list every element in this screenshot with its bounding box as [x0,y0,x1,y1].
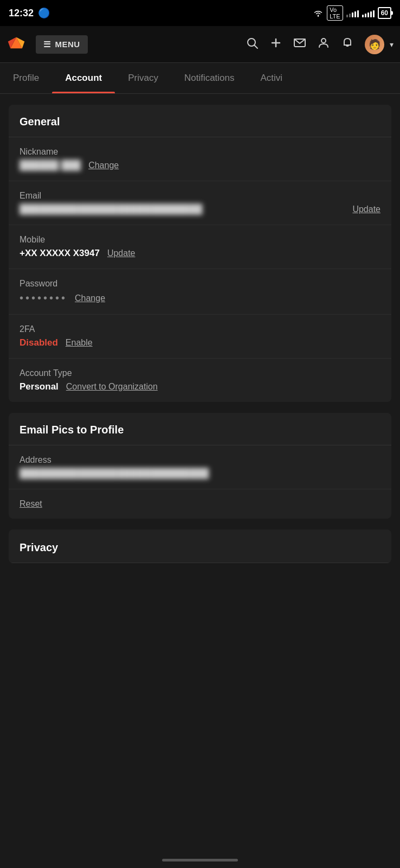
email-pics-reset-row: Reset [9,489,391,519]
notification-dot: 🔵 [38,7,50,19]
mobile-value-row: +XX XXXXX X3947 Update [20,248,380,259]
email-value: ████████████████████████████ [20,204,345,215]
profile-icon[interactable] [317,36,330,53]
avatar-chevron-icon: ▾ [390,40,393,49]
account-type-value-row: Personal Convert to Organization [20,381,380,392]
status-bar: 12:32 🔵 VoLTE 60 [0,0,400,26]
signal-bars-1 [346,9,359,17]
account-type-value: Personal [20,381,59,392]
wifi-icon [313,9,324,17]
tab-bar: Profile Account Privacy Notifications Ac… [0,63,400,94]
email-pics-address-field: Address █████████████████████████████ [9,445,391,489]
mobile-field: Mobile +XX XXXXX X3947 Update [9,225,391,269]
notifications-icon[interactable] [341,36,354,53]
menu-label: MENU [55,40,80,49]
svg-point-8 [321,39,326,43]
email-label: Email [20,191,380,201]
twofa-value-row: Disabled Enable [20,337,380,348]
twofa-field: 2FA Disabled Enable [9,315,391,359]
svg-line-4 [255,45,258,48]
nickname-value-row: ██████ ███ Change [20,160,380,171]
email-field: Email ████████████████████████████ Updat… [9,181,391,225]
battery-icon: 60 [378,7,391,19]
signal-bars-2 [362,9,375,17]
nickname-value: ██████ ███ [20,160,81,171]
password-change-link[interactable]: Change [75,293,105,303]
privacy-section-header: Privacy [9,529,391,563]
search-icon[interactable] [246,36,259,53]
email-value-row: ████████████████████████████ Update [20,204,380,215]
reset-link[interactable]: Reset [20,499,42,508]
general-section: General Nickname ██████ ███ Change Email… [9,105,391,402]
topbar: ☰ MENU [0,26,400,63]
menu-button[interactable]: ☰ MENU [36,35,88,54]
mobile-value: +XX XXXXX X3947 [20,248,100,259]
tab-profile[interactable]: Profile [0,63,52,93]
logo-icon[interactable] [7,35,26,54]
status-icons: VoLTE 60 [313,5,391,21]
hamburger-icon: ☰ [43,40,51,49]
topbar-icons: 🧑 ▾ [246,35,393,54]
create-icon[interactable] [269,36,282,53]
account-type-field: Account Type Personal Convert to Organiz… [9,359,391,402]
password-value-row: •••••••• Change [20,292,380,304]
status-time: 12:32 [9,8,34,19]
email-pics-section: Email Pics to Profile Address ██████████… [9,413,391,519]
twofa-label: 2FA [20,324,380,334]
password-value: •••••••• [20,292,67,304]
password-label: Password [20,279,380,289]
twofa-status: Disabled [20,337,58,348]
twofa-enable-link[interactable]: Enable [66,338,93,348]
general-section-title: General [20,116,60,127]
account-type-label: Account Type [20,368,380,378]
email-pics-title: Email Pics to Profile [20,424,124,436]
email-pics-address-value-row: █████████████████████████████ [20,468,380,479]
avatar[interactable]: 🧑 [365,35,384,54]
mobile-update-link[interactable]: Update [107,248,136,258]
mobile-label: Mobile [20,235,380,245]
nickname-field: Nickname ██████ ███ Change [9,137,391,181]
email-pics-address-value: █████████████████████████████ [20,468,380,479]
tab-privacy[interactable]: Privacy [115,63,171,93]
mail-icon[interactable] [293,36,306,53]
tab-account[interactable]: Account [52,63,115,93]
email-update-link[interactable]: Update [352,205,380,214]
convert-to-org-link[interactable]: Convert to Organization [66,382,158,392]
privacy-section: Privacy [9,529,391,563]
password-field: Password •••••••• Change [9,269,391,315]
email-pics-header: Email Pics to Profile [9,413,391,445]
nickname-label: Nickname [20,147,380,157]
privacy-section-title: Privacy [20,541,58,553]
tab-notifications[interactable]: Notifications [171,63,248,93]
email-pics-address-label: Address [20,455,380,465]
general-section-header: General [9,105,391,137]
tab-activity[interactable]: Activi [248,63,296,93]
nickname-change-link[interactable]: Change [88,161,119,170]
page-content: General Nickname ██████ ███ Change Email… [0,105,400,596]
home-indicator [162,859,238,861]
lte-badge: VoLTE [327,5,343,21]
